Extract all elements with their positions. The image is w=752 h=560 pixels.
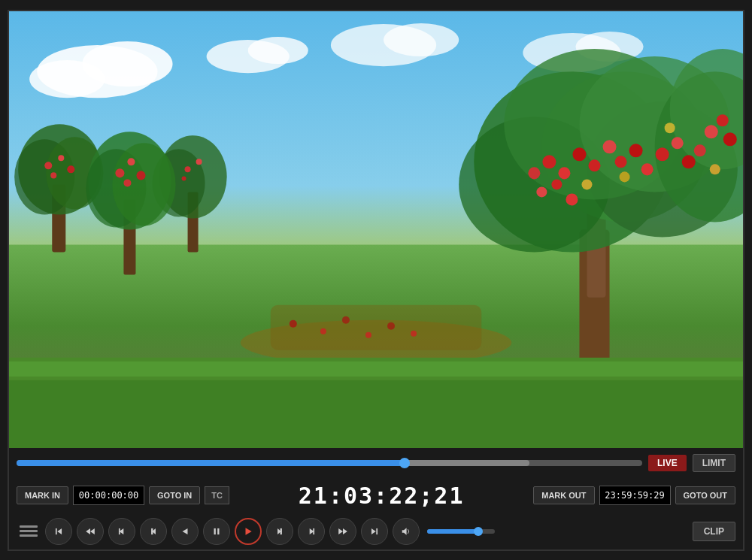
svg-point-46 <box>672 137 684 149</box>
menu-icon[interactable] <box>17 522 41 540</box>
svg-point-51 <box>723 132 737 146</box>
fast-forward-button[interactable] <box>329 518 356 545</box>
svg-point-19 <box>67 165 74 173</box>
scrubber-fill <box>17 460 405 466</box>
svg-point-39 <box>572 147 586 161</box>
controls-row: CLIP <box>9 513 743 549</box>
svg-rect-78 <box>56 528 57 534</box>
svg-point-48 <box>694 144 706 156</box>
scrubber-area: LIVE LIMIT <box>9 448 743 478</box>
svg-point-17 <box>44 162 52 169</box>
svg-point-26 <box>182 176 186 180</box>
svg-marker-93 <box>338 528 343 534</box>
svg-point-70 <box>115 168 124 177</box>
rewind-fast-button[interactable] <box>77 518 104 545</box>
scrubber-thumb[interactable] <box>399 458 410 468</box>
scrubber-track[interactable] <box>17 460 642 466</box>
svg-point-53 <box>566 193 578 205</box>
svg-point-7 <box>384 23 459 56</box>
svg-marker-97 <box>402 528 407 534</box>
svg-point-50 <box>717 114 729 126</box>
svg-point-69 <box>112 143 175 226</box>
pause-button[interactable] <box>203 518 230 545</box>
svg-rect-92 <box>313 528 314 534</box>
svg-point-61 <box>320 328 326 334</box>
svg-point-42 <box>615 156 627 168</box>
svg-point-72 <box>136 171 145 180</box>
video-area <box>9 11 743 448</box>
svg-point-47 <box>682 155 696 168</box>
svg-point-64 <box>387 322 395 329</box>
svg-point-62 <box>342 316 350 323</box>
svg-point-65 <box>411 330 417 336</box>
menu-line <box>20 525 38 528</box>
svg-point-45 <box>656 147 669 161</box>
svg-point-49 <box>705 125 718 138</box>
volume-fill <box>427 529 478 534</box>
svg-rect-76 <box>9 361 743 376</box>
menu-line <box>20 534 38 537</box>
svg-point-73 <box>123 179 131 186</box>
tc-label: TC <box>205 486 229 504</box>
svg-point-41 <box>603 140 617 153</box>
svg-point-60 <box>290 319 297 327</box>
play-button[interactable] <box>235 518 262 545</box>
svg-point-25 <box>196 159 202 165</box>
svg-rect-12 <box>271 304 481 350</box>
svg-point-56 <box>581 179 592 189</box>
step-back-button[interactable] <box>108 518 135 545</box>
player-container: LIVE LIMIT MARK IN GOTO IN TC 21:03:22;2… <box>8 10 744 551</box>
svg-marker-88 <box>246 528 252 534</box>
svg-point-40 <box>588 159 600 171</box>
menu-line <box>20 530 38 532</box>
svg-point-57 <box>620 171 630 182</box>
svg-point-58 <box>665 123 675 133</box>
svg-point-18 <box>58 155 64 161</box>
in-point-input[interactable] <box>73 486 144 505</box>
svg-point-20 <box>50 172 56 178</box>
svg-rect-90 <box>280 528 282 534</box>
goto-in-button[interactable]: GOTO IN <box>149 486 200 504</box>
scrubber-buffered <box>405 460 529 466</box>
mark-out-button[interactable]: MARK OUT <box>533 486 594 504</box>
svg-point-37 <box>542 155 556 168</box>
skip-to-end-button[interactable] <box>361 518 388 545</box>
svg-point-52 <box>551 179 562 189</box>
svg-marker-95 <box>371 528 376 534</box>
svg-point-71 <box>127 158 135 165</box>
svg-point-44 <box>641 163 653 175</box>
frame-forward-button[interactable] <box>266 518 293 545</box>
reverse-play-button[interactable] <box>171 518 199 545</box>
svg-point-59 <box>710 164 720 174</box>
mark-in-button[interactable]: MARK IN <box>17 486 68 504</box>
out-point-input[interactable] <box>599 486 671 505</box>
svg-point-38 <box>558 167 570 179</box>
limit-button[interactable]: LIMIT <box>693 454 735 472</box>
svg-rect-82 <box>119 528 120 534</box>
timecode-row: MARK IN GOTO IN TC 21:03:22;21 MARK OUT … <box>9 478 743 513</box>
svg-point-5 <box>248 37 308 64</box>
svg-point-63 <box>365 331 371 338</box>
svg-marker-85 <box>183 528 188 534</box>
svg-rect-84 <box>151 528 153 534</box>
skip-to-start-button[interactable] <box>45 518 72 545</box>
svg-point-24 <box>185 166 191 172</box>
svg-rect-87 <box>217 528 219 534</box>
svg-rect-86 <box>214 528 216 534</box>
svg-point-43 <box>629 144 643 157</box>
volume-slider[interactable] <box>427 529 495 534</box>
svg-marker-77 <box>57 528 62 534</box>
svg-point-55 <box>536 186 547 197</box>
svg-point-3 <box>29 60 105 98</box>
svg-marker-94 <box>343 528 347 534</box>
goto-out-button[interactable]: GOTO OUT <box>675 486 735 504</box>
svg-marker-80 <box>86 528 90 534</box>
clip-button[interactable]: CLIP <box>693 522 735 541</box>
main-timecode: 21:03:22;21 <box>234 483 529 509</box>
volume-thumb[interactable] <box>474 527 483 536</box>
live-button[interactable]: LIVE <box>648 455 687 471</box>
frame-back-button[interactable] <box>140 518 167 545</box>
svg-rect-96 <box>376 528 378 534</box>
volume-button[interactable] <box>393 518 420 545</box>
step-forward-button[interactable] <box>298 518 325 545</box>
